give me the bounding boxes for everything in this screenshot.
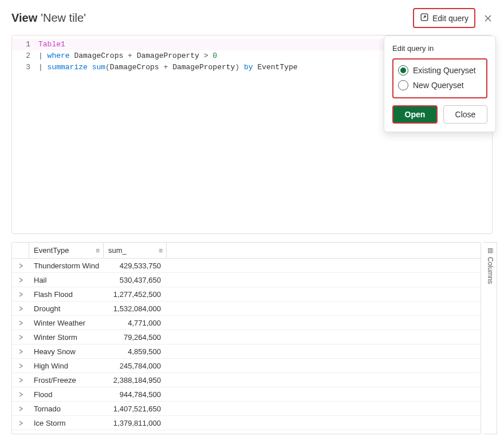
column-header-eventtype[interactable]: EventType ≡: [29, 243, 104, 258]
radio-icon: [398, 80, 408, 90]
open-button[interactable]: Open: [392, 105, 438, 124]
column-header-sum[interactable]: sum_ ≡: [104, 243, 167, 258]
table-row[interactable]: Frost/Freeze2,388,184,950: [12, 373, 481, 387]
close-popover-button[interactable]: Close: [443, 105, 487, 124]
queryset-radio-group: Existing Queryset New Queryset: [392, 58, 487, 98]
table-row[interactable]: Ice Storm1,379,811,000: [12, 416, 481, 430]
cell-eventtype: High Wind: [29, 362, 104, 370]
expand-row-icon[interactable]: [12, 278, 29, 283]
grid-header: EventType ≡ sum_ ≡: [12, 243, 481, 259]
expand-row-icon[interactable]: [12, 335, 29, 340]
popover-title: Edit query in: [392, 44, 487, 53]
results-area: EventType ≡ sum_ ≡ Thunderstorm Wind429,…: [11, 242, 497, 434]
expand-row-icon[interactable]: [12, 363, 29, 368]
radio-label: Existing Queryset: [413, 66, 476, 75]
cell-sum: 944,784,500: [104, 390, 167, 399]
cell-sum: 429,533,750: [104, 261, 167, 270]
cell-sum: 4,859,500: [104, 347, 167, 356]
results-grid: EventType ≡ sum_ ≡ Thunderstorm Wind429,…: [11, 242, 481, 434]
cell-sum: 1,407,521,650: [104, 405, 167, 413]
header: View 'New tile' Edit query: [0, 0, 504, 35]
cell-eventtype: Flash Flood: [29, 290, 104, 299]
cell-sum: 2,388,184,950: [104, 376, 167, 384]
cell-sum: 79,264,500: [104, 333, 167, 342]
line-number: 3: [12, 62, 38, 73]
expand-column-header: [12, 243, 29, 258]
open-external-icon: [420, 13, 429, 23]
radio-new-queryset[interactable]: New Queryset: [398, 78, 482, 93]
grid-body[interactable]: Thunderstorm Wind429,533,750Hail530,437,…: [12, 259, 481, 434]
cell-eventtype: Winter Storm: [29, 333, 104, 342]
line-number: 2: [12, 50, 38, 62]
expand-row-icon[interactable]: [12, 306, 29, 311]
edit-query-label: Edit query: [432, 14, 468, 23]
cell-eventtype: Flood: [29, 390, 104, 399]
close-button[interactable]: [483, 14, 493, 23]
cell-sum: 530,437,650: [104, 276, 167, 284]
page-title: View 'New tile': [11, 11, 86, 25]
columns-panel-toggle[interactable]: ▥ Columns: [483, 242, 497, 434]
popover-buttons: Open Close: [392, 105, 487, 124]
columns-label: Columns: [486, 257, 494, 284]
expand-row-icon[interactable]: [12, 263, 29, 268]
expand-row-icon[interactable]: [12, 392, 29, 397]
cell-eventtype: Tornado: [29, 405, 104, 413]
tile-name: 'New tile': [41, 11, 86, 25]
cell-eventtype: Heavy Snow: [29, 347, 104, 356]
table-row[interactable]: Flash Flood1,277,452,500: [12, 287, 481, 302]
cell-eventtype: Thunderstorm Wind: [29, 261, 104, 270]
expand-row-icon[interactable]: [12, 421, 29, 426]
column-menu-icon: ≡: [159, 247, 163, 255]
table-row[interactable]: Winter Storm79,264,500: [12, 330, 481, 344]
expand-row-icon[interactable]: [12, 292, 29, 297]
line-number: 1: [12, 39, 38, 50]
edit-query-button[interactable]: Edit query: [413, 8, 475, 28]
table-row[interactable]: Heavy Snow4,859,500: [12, 344, 481, 359]
table-row[interactable]: High Wind245,784,000: [12, 359, 481, 373]
cell-eventtype: Frost/Freeze: [29, 376, 104, 384]
header-actions: Edit query: [413, 8, 493, 28]
columns-icon: ▥: [487, 247, 493, 253]
cell-eventtype: Winter Weather: [29, 319, 104, 327]
table-row[interactable]: Thunderstorm Wind429,533,750: [12, 259, 481, 273]
expand-row-icon[interactable]: [12, 406, 29, 411]
cell-eventtype: Drought: [29, 304, 104, 313]
edit-query-popover: Edit query in Existing Queryset New Quer…: [384, 35, 496, 132]
column-menu-icon: ≡: [96, 247, 100, 255]
table-row[interactable]: Hail530,437,650: [12, 273, 481, 287]
radio-existing-queryset[interactable]: Existing Queryset: [398, 63, 482, 78]
expand-row-icon[interactable]: [12, 349, 29, 354]
cell-sum: 1,277,452,500: [104, 290, 167, 299]
expand-row-icon[interactable]: [12, 378, 29, 383]
cell-eventtype: Ice Storm: [29, 419, 104, 427]
radio-icon: [398, 65, 408, 76]
table-row[interactable]: Winter Weather4,771,000: [12, 316, 481, 330]
radio-label: New Queryset: [413, 81, 464, 90]
cell-sum: 1,379,811,000: [104, 419, 167, 427]
expand-row-icon[interactable]: [12, 320, 29, 326]
table-row[interactable]: Drought1,532,084,000: [12, 302, 481, 316]
table-row[interactable]: Flood944,784,500: [12, 387, 481, 402]
cell-sum: 4,771,000: [104, 319, 167, 327]
cell-sum: 1,532,084,000: [104, 304, 167, 313]
cell-eventtype: Hail: [29, 276, 104, 284]
cell-sum: 245,784,000: [104, 362, 167, 370]
view-label: View: [11, 11, 37, 25]
table-row[interactable]: Tornado1,407,521,650: [12, 402, 481, 416]
